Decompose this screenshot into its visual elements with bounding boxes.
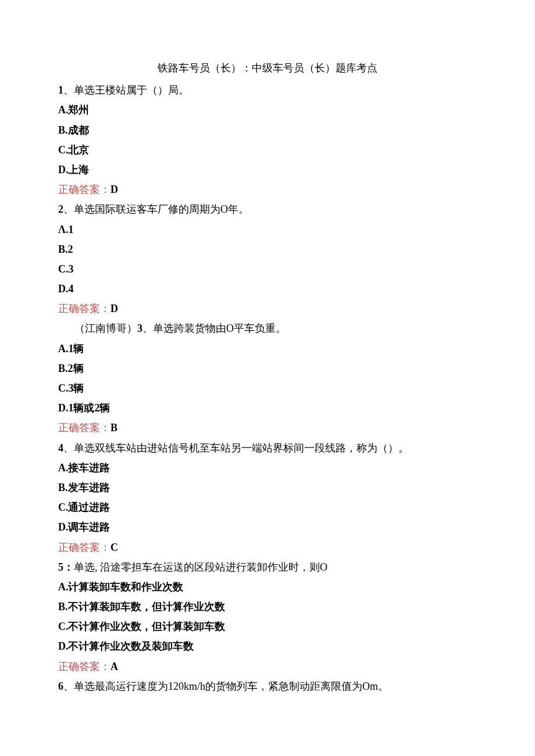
question-number: 6 bbox=[58, 680, 63, 692]
question-stem: 2、单选国际联运客车厂修的周期为O年。 bbox=[58, 199, 477, 219]
question-text: 、单选最高运行速度为120km/h的货物列车，紧急制动距离限值为Om。 bbox=[63, 680, 388, 692]
option-c: C.不计算作业次数，但计算装卸车数 bbox=[58, 617, 477, 636]
option-c: C.通过进路 bbox=[58, 497, 477, 517]
option-d: D.1辆或2辆 bbox=[58, 398, 477, 418]
option-c: C.3 bbox=[58, 259, 477, 279]
option-a: Λ.1 bbox=[58, 220, 477, 239]
option-b: B.发车进路 bbox=[58, 478, 477, 497]
question-text: 、单选跨装货物由O平车负重。 bbox=[142, 323, 286, 334]
inline-prefix: （江南博哥） bbox=[74, 323, 137, 334]
answer-line: 正确答案：D bbox=[58, 180, 477, 199]
question-text: 单选, 沿途零担车在运送的区段站进行装卸作业时，则O bbox=[74, 561, 327, 573]
answer-line: 正确答案：B bbox=[58, 418, 477, 438]
answer-value: B bbox=[110, 422, 117, 433]
option-b: B.不计算装卸车数，但计算作业次数 bbox=[58, 597, 477, 617]
option-a: A.接车进路 bbox=[58, 458, 477, 478]
option-d: D.上海 bbox=[58, 160, 477, 180]
question-number: 2 bbox=[58, 203, 63, 215]
answer-line: 正确答案：C bbox=[58, 538, 477, 557]
answer-label: 正确答案： bbox=[58, 661, 110, 672]
option-c: C.北京 bbox=[58, 140, 477, 160]
option-a: A.计算装卸车数和作业次数 bbox=[58, 577, 477, 597]
answer-value: D bbox=[110, 303, 118, 314]
answer-label: 正确答案： bbox=[58, 184, 110, 195]
option-d: D.4 bbox=[58, 279, 477, 299]
answer-label: 正确答案： bbox=[58, 303, 110, 314]
question-text: 、单选双线车站由进站信号机至车站另一端站界标间一段线路，称为（）。 bbox=[63, 442, 409, 454]
option-d: D.不计算作业次数及装卸车数 bbox=[58, 636, 477, 656]
question-number: 3 bbox=[137, 323, 142, 334]
answer-value: D bbox=[110, 184, 118, 195]
answer-label: 正确答案： bbox=[58, 542, 110, 553]
question-stem: 1、单选王楼站属于（）局。 bbox=[58, 80, 477, 100]
answer-line: 正确答案：D bbox=[58, 299, 477, 318]
option-b: B.2 bbox=[58, 239, 477, 259]
answer-value: C bbox=[110, 542, 118, 553]
question-text: 、单选王楼站属于（）局。 bbox=[63, 84, 189, 96]
question-number: 1 bbox=[58, 84, 63, 96]
option-b: B.2辆 bbox=[58, 359, 477, 378]
question-number: 5： bbox=[58, 561, 74, 573]
page-title: 铁路车号员（长）：中级车号员（长）题库考点 bbox=[58, 58, 477, 78]
answer-line: 正确答案：A bbox=[58, 657, 477, 676]
option-d: D.调车进路 bbox=[58, 517, 477, 537]
question-text: 、单选国际联运客车厂修的周期为O年。 bbox=[63, 203, 249, 215]
option-b: B.成都 bbox=[58, 120, 477, 140]
option-a: A.1辆 bbox=[58, 339, 477, 359]
answer-label: 正确答案： bbox=[58, 422, 110, 433]
option-c: C.3辆 bbox=[58, 378, 477, 398]
question-stem: 4、单选双线车站由进站信号机至车站另一端站界标间一段线路，称为（）。 bbox=[58, 438, 477, 458]
answer-value: A bbox=[110, 661, 118, 672]
option-a: A.郑州 bbox=[58, 100, 477, 120]
question-stem: 5：单选, 沿途零担车在运送的区段站进行装卸作业时，则O bbox=[58, 557, 477, 577]
question-stem: 6、单选最高运行速度为120km/h的货物列车，紧急制动距离限值为Om。 bbox=[58, 676, 477, 696]
question-stem: （江南博哥）3、单选跨装货物由O平车负重。 bbox=[58, 318, 477, 338]
question-number: 4 bbox=[58, 442, 63, 454]
